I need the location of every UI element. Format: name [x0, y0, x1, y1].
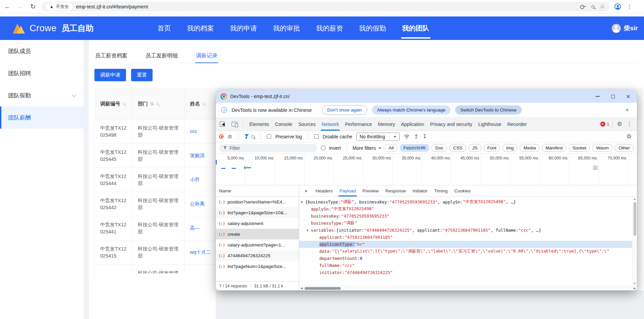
payload-line[interactable]: fullName: "ccc" — [299, 262, 632, 269]
request-row[interactable]: {;}create — [216, 229, 299, 239]
request-row[interactable]: {;}list?page=1&pageSize=10&... — [216, 207, 299, 218]
filter-pill-fetch-xhr[interactable]: Fetch/XHR — [400, 144, 429, 152]
network-overview-timeline[interactable]: 5,000 ms10,000 ms15,000 ms20,000 ms25,00… — [216, 154, 637, 185]
more-filters-button[interactable]: More filters — [353, 145, 381, 151]
request-row[interactable]: {;}position?seriesName=%E4... — [216, 196, 299, 207]
payload-line[interactable]: applicantType: "hr" — [299, 241, 632, 248]
column-header-调薪编号[interactable]: 调薪编号 — [95, 88, 132, 120]
sort-icon[interactable]: ⇅ — [150, 102, 154, 106]
scroll-down-icon[interactable]: ▼ — [633, 282, 637, 285]
devtools-tab-memory[interactable]: Memory — [375, 118, 398, 131]
filter-pill-js[interactable]: JS — [469, 144, 481, 152]
sidebar-item-团队招聘[interactable]: 团队招聘 — [0, 62, 84, 84]
column-header-部门[interactable]: 部门⇅ — [132, 88, 185, 120]
payload-tab-response[interactable]: Response — [382, 185, 409, 196]
inspect-element-icon[interactable] — [220, 122, 225, 127]
browser-menu-icon[interactable]: ⋮ — [626, 3, 634, 10]
devtools-tab-network[interactable]: Network — [319, 118, 342, 131]
payload-line[interactable]: initiator: "47446494726324225" — [299, 269, 632, 276]
payload-tab-headers[interactable]: Headers — [312, 185, 336, 196]
close-icon[interactable]: × — [626, 93, 630, 100]
payload-tab-cookies[interactable]: Cookies — [451, 185, 474, 196]
reset-button[interactable]: 重置 — [131, 69, 153, 81]
devtools-tab-performance[interactable]: Performance — [342, 118, 375, 131]
column-search-icon[interactable] — [202, 102, 205, 105]
nav-item-我的申请[interactable]: 我的申请 — [230, 16, 257, 40]
zoom-icon[interactable] — [591, 5, 595, 8]
nav-item-我的团队[interactable]: 我的团队 — [402, 16, 429, 40]
error-badge[interactable]: × 1 — [600, 122, 609, 127]
request-name-column-header[interactable]: Name — [216, 185, 299, 196]
throttling-select[interactable]: No throttling — [356, 133, 400, 141]
network-conditions-icon[interactable] — [404, 134, 410, 139]
payload-line[interactable]: businessKey: "47705259593695233" — [299, 213, 632, 220]
settings-gear-icon[interactable]: ⚙ — [617, 121, 622, 128]
profile-icon[interactable] — [614, 3, 621, 10]
employee-name-link[interactable]: 张婉清 — [190, 152, 205, 159]
scroll-up-icon[interactable]: ▲ — [633, 197, 637, 200]
filter-pill-all[interactable]: All — [385, 144, 397, 152]
nav-item-我的档案[interactable]: 我的档案 — [187, 16, 214, 40]
match-language-button[interactable]: Always match Chrome's language — [372, 105, 451, 115]
scrollbar-thumb[interactable] — [634, 202, 636, 236]
horizontal-scrollbar[interactable]: ◀ ▶ — [299, 286, 637, 290]
tab-员工发薪明细[interactable]: 员工发薪明细 — [145, 51, 178, 63]
payload-line[interactable]: data: "{\"salaryList\":[{\"type\":\"调薪前\… — [299, 248, 632, 255]
devtools-tab-privacy-and-security[interactable]: Privacy and security — [427, 118, 475, 131]
filter-pill-manifest[interactable]: Manifest — [542, 144, 566, 152]
nav-item-我的薪资[interactable]: 我的薪资 — [316, 16, 343, 40]
preserve-log-checkbox[interactable] — [267, 134, 271, 139]
employee-name-link[interactable]: 公孙离 — [190, 200, 205, 208]
request-row[interactable]: {;}47446494726324225 — [216, 250, 299, 261]
devtools-tab-elements[interactable]: Elements — [246, 118, 272, 131]
filter-pill-font[interactable]: Font — [484, 144, 500, 152]
column-search-icon[interactable] — [123, 102, 125, 105]
employee-name-link[interactable]: ccc — [190, 128, 197, 135]
url-text[interactable]: emp-test.zjf-it.cn/#/team/payment — [76, 4, 577, 9]
sidebar-item-团队薪酬[interactable]: 团队薪酬 — [0, 106, 84, 129]
address-bar[interactable]: ▲︎ 不安全 emp-test.zjf-it.cn/#/team/payment… — [42, 2, 610, 11]
clear-icon[interactable]: ⊘ — [228, 134, 232, 139]
infobar-close-icon[interactable]: × — [626, 107, 629, 113]
security-chip[interactable]: ▲︎ 不安全 — [46, 3, 73, 10]
devtools-tab-recorder[interactable]: Recorder — [504, 118, 530, 131]
export-har-icon[interactable]: ↧ — [422, 133, 427, 140]
nav-item-我的审批[interactable]: 我的审批 — [273, 16, 300, 40]
nav-item-首页[interactable]: 首页 — [158, 16, 171, 40]
minimize-icon[interactable] — [596, 96, 600, 97]
invert-checkbox[interactable] — [321, 146, 325, 150]
switch-language-button[interactable]: Switch DevTools to Chinese — [455, 105, 521, 115]
search-icon[interactable] — [251, 135, 254, 138]
filter-pill-img[interactable]: Img — [502, 144, 518, 152]
filter-pill-other[interactable]: Other — [615, 144, 634, 152]
request-row[interactable]: {;}list?pageNum=1&pageSize... — [216, 261, 299, 272]
scroll-left-icon[interactable]: ◀ — [299, 287, 304, 290]
scrollbar-thumb[interactable] — [305, 287, 341, 290]
filter-input[interactable]: Filter — [219, 144, 317, 152]
disable-cache-checkbox[interactable] — [314, 134, 319, 139]
request-row[interactable]: {;}salary-adjustment?page=1... — [216, 239, 299, 250]
refresh-icon[interactable]: ↻ — [29, 3, 37, 10]
payload-line[interactable]: ▼{businessType: "调薪", businessKey: "4770… — [299, 198, 632, 206]
expand-arrow-icon[interactable]: ▼ — [301, 200, 305, 204]
devtools-menu-icon[interactable]: ⋮ — [627, 121, 632, 127]
password-key-icon[interactable] — [580, 5, 586, 8]
forward-icon[interactable]: → — [16, 3, 24, 10]
payload-tab-payload[interactable]: Payload — [336, 185, 359, 196]
sidebar-item-团队成员[interactable]: 团队成员 — [0, 40, 84, 62]
filter-pill-media[interactable]: Media — [520, 144, 539, 152]
dont-show-again-button[interactable]: Don't show again — [322, 105, 367, 115]
devtools-titlebar[interactable]: DevTools - emp-test.zjf-it.cn/ × — [216, 90, 637, 103]
record-icon[interactable] — [219, 134, 224, 139]
salary-adjust-apply-button[interactable]: 调薪申请 — [94, 69, 126, 81]
payload-tab-initiator[interactable]: Initiator — [409, 185, 431, 196]
payload-tab-preview[interactable]: Preview — [359, 185, 382, 196]
payload-line[interactable]: applicant: "47592136647901185" — [299, 234, 632, 241]
back-icon[interactable]: ← — [3, 3, 11, 10]
payload-line[interactable]: applySn: "中竞发TX12025498" — [299, 206, 632, 213]
network-settings-gear-icon[interactable]: ⚙ — [627, 133, 632, 140]
sidebar-item-团队假勤[interactable]: 团队假勤 — [0, 84, 84, 106]
maximize-icon[interactable] — [611, 95, 615, 98]
device-toolbar-icon[interactable] — [232, 122, 237, 127]
filter-toggle-icon[interactable] — [244, 134, 247, 139]
